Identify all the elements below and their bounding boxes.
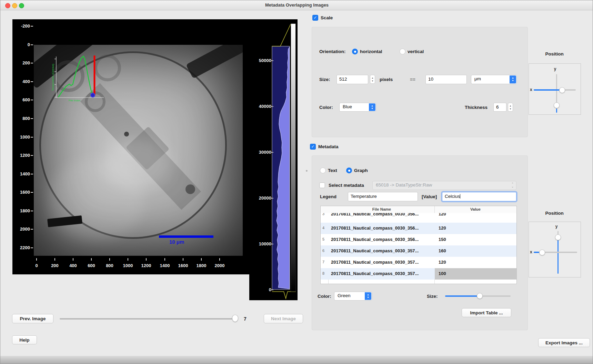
- help-button[interactable]: Help: [12, 335, 37, 344]
- next-image-button[interactable]: Next Image: [264, 314, 303, 323]
- size-stepper[interactable]: ▲▼: [370, 75, 375, 84]
- x-tick: 2000: [213, 263, 227, 268]
- y-tick: 1400: [13, 171, 30, 176]
- import-table-button[interactable]: Import Table ...: [462, 308, 511, 317]
- scale-checkbox[interactable]: ✓: [312, 15, 318, 21]
- size-pixels-input[interactable]: 512: [336, 75, 368, 84]
- position-bottom-x-fill: [534, 252, 539, 253]
- y-tick-mark: [31, 137, 33, 138]
- y-tick-mark: [31, 100, 33, 100]
- y-tick-mark: [31, 155, 33, 156]
- table-row[interactable]: 3 20170811_Nautical_compass_0030_356... …: [321, 213, 516, 223]
- table-row[interactable]: 8 20170811_Nautical_compass_0030_357... …: [321, 268, 516, 280]
- table-row[interactable]: 4 20170811_Nautical_compass_0030_356... …: [321, 223, 516, 234]
- text-caret: [460, 194, 460, 199]
- y-tick-mark: [31, 192, 33, 193]
- marker-size-thumb[interactable]: [477, 293, 483, 299]
- x-tick-mark: [128, 258, 128, 261]
- chevron-up-down-icon: ▲▼: [369, 103, 375, 111]
- column-header-file[interactable]: File Name: [329, 207, 434, 211]
- mode-text-label: Text: [328, 168, 337, 173]
- histogram-tick: 50000: [251, 58, 271, 63]
- table-row[interactable]: 7 20170811_Nautical_compass_0030_357... …: [321, 257, 516, 268]
- position-bottom-y-thumb[interactable]: [555, 234, 561, 240]
- position-bottom-x-thumb[interactable]: [539, 250, 545, 255]
- row-index: 7: [322, 260, 324, 264]
- lut-line-top: [272, 24, 291, 46]
- temperature-curve: [58, 56, 92, 97]
- mode-radio-graph[interactable]: [346, 168, 352, 173]
- y-tick-mark: [31, 118, 33, 119]
- cell-filename: 20170811_Nautical_compass_0030_357...: [331, 248, 433, 253]
- orientation-label: Orientation:: [319, 49, 346, 54]
- prev-image-button[interactable]: Prev. Image: [12, 314, 53, 323]
- x-tick: 1800: [194, 263, 208, 268]
- y-tick: 2200: [13, 245, 30, 250]
- select-metadata-label: Select metadata: [329, 183, 364, 188]
- image-index-slider[interactable]: [60, 318, 238, 320]
- histogram-tick-mark: [271, 198, 273, 199]
- metadata-checkbox-label: Metadata: [318, 144, 339, 149]
- export-images-button[interactable]: Export Images ...: [538, 338, 590, 347]
- y-tick: 200: [13, 60, 30, 65]
- y-tick: 1000: [13, 134, 30, 140]
- column-header-value[interactable]: Value: [435, 207, 516, 211]
- scale-bar-label: 10 μm: [169, 239, 184, 245]
- x-tick: 1400: [158, 263, 172, 268]
- grayscale-colorbar: [291, 23, 296, 292]
- lut-line-bottom: [272, 292, 296, 299]
- y-tick: 1600: [13, 190, 30, 195]
- thickness-input[interactable]: 6: [493, 103, 506, 112]
- pixels-label: pixels: [380, 77, 393, 82]
- position-top-x-thumb[interactable]: [559, 87, 565, 93]
- scale-color-value: Blue: [343, 104, 352, 109]
- y-tick: 1200: [13, 153, 30, 158]
- marker-size-fill: [445, 295, 479, 297]
- cell-value: 120: [439, 260, 446, 265]
- select-metadata-value: 65018 -> DataTypeStr:Raw: [376, 182, 432, 188]
- table-row[interactable]: 5 20170811_Nautical_compass_0030_356... …: [321, 234, 516, 245]
- histogram-tick: 20000: [251, 195, 271, 201]
- position-bottom-widget: y x: [529, 222, 581, 277]
- position-top-widget: y x: [529, 63, 581, 115]
- histogram-tick: 0: [251, 287, 271, 292]
- x-tick: 1000: [121, 263, 135, 268]
- legend-input[interactable]: Temperature: [348, 192, 418, 201]
- y-tick: 400: [13, 79, 30, 84]
- table-row[interactable]: 6 20170811_Nautical_compass_0030_357... …: [321, 245, 516, 257]
- histogram-tick-mark: [271, 152, 273, 153]
- image-index-value: 7: [244, 316, 247, 322]
- position-top-y-fill: [556, 109, 557, 113]
- position-top-y-thumb[interactable]: [554, 102, 560, 108]
- x-tick: 1600: [176, 263, 190, 268]
- position-top-x-fill: [534, 89, 560, 91]
- thickness-stepper[interactable]: ▲▼: [508, 103, 513, 112]
- image-index-thumb[interactable]: [232, 315, 238, 322]
- metadata-checkbox[interactable]: ✓: [310, 144, 316, 150]
- size-physical-input[interactable]: 10: [425, 75, 467, 84]
- select-metadata-dropdown[interactable]: 65018 -> DataTypeStr:Raw ⌃⌄: [372, 181, 516, 190]
- chevron-up-down-icon: ▲▼: [510, 75, 516, 83]
- y-axis-label: y: [553, 67, 557, 71]
- row-index: 6: [322, 249, 324, 253]
- scale-color-dropdown[interactable]: Blue ▲▼: [339, 103, 376, 112]
- mode-radio-text[interactable]: [320, 168, 326, 173]
- scale-bar-overlay[interactable]: [159, 235, 213, 238]
- value-unit-input[interactable]: Celcius: [442, 192, 516, 201]
- window-bottom-bar: [0, 355, 593, 364]
- row-index: 5: [322, 237, 324, 241]
- x-tick: 400: [66, 263, 80, 268]
- orientation-radio-horizontal[interactable]: [352, 49, 358, 54]
- histogram-tick-mark: [271, 244, 273, 244]
- unit-dropdown-value: μm: [474, 76, 481, 81]
- unit-dropdown[interactable]: μm ▲▼: [471, 75, 517, 84]
- cell-filename: 20170811_Nautical_compass_0030_357...: [331, 271, 433, 276]
- y-tick-mark: [31, 81, 33, 82]
- histogram-tick-mark: [271, 106, 273, 107]
- select-metadata-checkbox[interactable]: [319, 182, 325, 188]
- y-tick-mark: [31, 26, 33, 27]
- chevron-up-down-icon: ▲▼: [365, 292, 371, 300]
- metadata-color-dropdown[interactable]: Green ▲▼: [334, 292, 372, 301]
- orientation-radio-vertical[interactable]: [400, 49, 405, 54]
- cell-filename: 20170811_Nautical_compass_0030_356...: [331, 213, 433, 216]
